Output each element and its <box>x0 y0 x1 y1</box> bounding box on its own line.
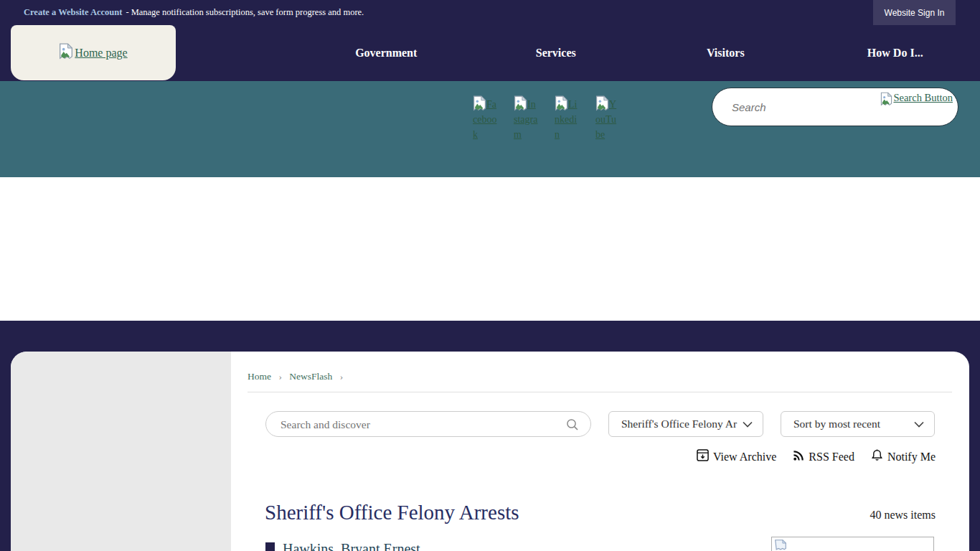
home-logo-card[interactable]: Home page <box>11 25 176 80</box>
main-navbar: Home page Government Services Visitors H… <box>0 25 980 81</box>
site-search-input[interactable] <box>732 97 861 117</box>
create-account-link[interactable]: Create a Website Account <box>24 7 122 18</box>
news-item-bullet <box>265 542 275 551</box>
menu-item-services[interactable]: Services <box>471 25 641 81</box>
teal-header-band: Facebook Instagram Linkedin YouTube Sear… <box>0 81 980 177</box>
newsflash-search-input[interactable] <box>281 416 560 433</box>
broken-image-icon <box>473 99 486 110</box>
page-title: Sheriff's Office Felony Arrests <box>265 501 519 524</box>
account-message-text: - Manage notification subscriptions, sav… <box>126 7 364 18</box>
broken-image-icon <box>595 99 609 110</box>
home-page-alt-text: Home page <box>75 47 127 60</box>
chevron-down-icon <box>743 418 753 430</box>
breadcrumb: Home › NewsFlash › <box>248 371 348 382</box>
main-menu: Government Services Visitors How Do I... <box>301 25 980 81</box>
empty-content-region <box>0 177 980 321</box>
rss-feed-link[interactable]: RSS Feed <box>793 450 854 464</box>
view-archive-link[interactable]: View Archive <box>697 449 776 464</box>
search-icon[interactable] <box>566 418 579 434</box>
news-items-count: 40 news items <box>870 509 936 522</box>
broken-image-icon <box>59 43 73 63</box>
breadcrumb-divider <box>248 392 952 392</box>
news-list-item: Hawkins, Bryant Ernest <box>265 541 420 551</box>
left-sidebar-panel <box>11 352 231 551</box>
news-actions-row: View Archive RSS Feed <box>697 449 936 464</box>
sort-dropdown-value: Sort by most recent <box>793 418 880 430</box>
category-dropdown-value: Sheriff's Office Felony Ar <box>621 418 737 430</box>
account-message: Create a Website Account - Manage notifi… <box>24 0 364 25</box>
lower-page-background: Home › NewsFlash › Sheriff's Office Felo… <box>0 321 980 551</box>
instagram-link[interactable]: Instagram <box>514 95 538 142</box>
search-button-alt-text: Search Button <box>893 92 953 104</box>
news-item-title-link[interactable]: Hawkins, Bryant Ernest <box>283 541 420 551</box>
archive-icon <box>697 449 709 464</box>
menu-item-visitors[interactable]: Visitors <box>641 25 811 81</box>
breadcrumb-separator: › <box>340 371 344 382</box>
sort-dropdown[interactable]: Sort by most recent <box>781 411 935 437</box>
news-item-image-placeholder[interactable] <box>771 537 934 551</box>
site-search-box: Search Button <box>712 88 958 126</box>
broken-image-icon <box>555 99 568 110</box>
page: Create a Website Account - Manage notifi… <box>0 0 980 551</box>
breadcrumb-newsflash-link[interactable]: NewsFlash <box>289 371 332 382</box>
rss-feed-label: RSS Feed <box>809 451 854 463</box>
content-card: Home › NewsFlash › Sheriff's Office Felo… <box>11 352 969 551</box>
website-sign-in-button[interactable]: Website Sign In <box>873 0 956 25</box>
menu-item-government[interactable]: Government <box>301 25 471 81</box>
bell-icon <box>871 449 883 464</box>
notify-me-label: Notify Me <box>887 451 936 463</box>
top-utility-bar: Create a Website Account - Manage notifi… <box>0 0 980 25</box>
broken-image-icon <box>514 99 527 110</box>
notify-me-link[interactable]: Notify Me <box>871 449 936 464</box>
broken-image-icon <box>880 92 892 110</box>
category-dropdown[interactable]: Sheriff's Office Felony Ar <box>608 411 763 437</box>
social-links-row: Facebook Instagram Linkedin YouTube <box>473 95 620 142</box>
chevron-down-icon <box>914 418 924 430</box>
search-button[interactable]: Search Button <box>880 92 953 110</box>
view-archive-label: View Archive <box>713 451 776 463</box>
linkedin-link[interactable]: Linkedin <box>555 95 579 142</box>
facebook-link[interactable]: Facebook <box>473 95 497 142</box>
rss-icon <box>793 450 804 464</box>
home-page-link[interactable]: Home page <box>59 43 127 63</box>
menu-item-how-do-i[interactable]: How Do I... <box>811 25 980 81</box>
youtube-link[interactable]: YouTube <box>595 95 620 142</box>
breadcrumb-separator: › <box>278 371 282 382</box>
newsflash-search-box <box>265 411 591 437</box>
breadcrumb-home-link[interactable]: Home <box>248 371 271 382</box>
